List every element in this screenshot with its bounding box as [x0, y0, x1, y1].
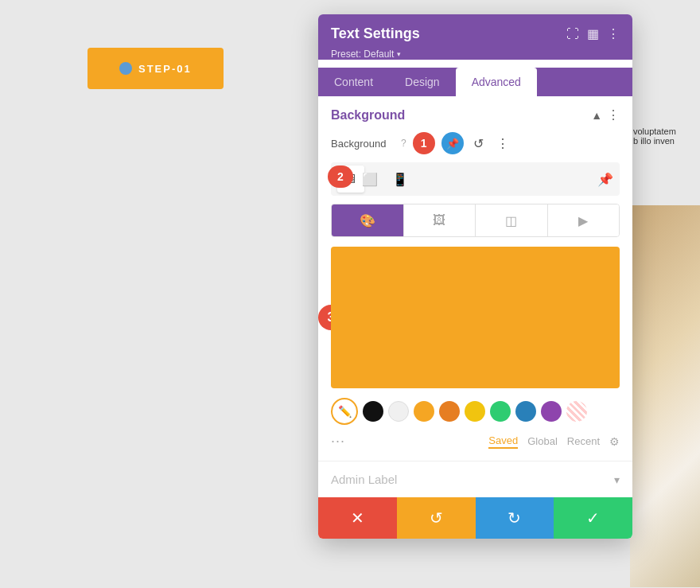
color-swatch-area[interactable] [331, 247, 620, 388]
bg-type-video[interactable]: ▶ [548, 204, 620, 236]
swatch-blue[interactable] [515, 401, 536, 422]
tab-design[interactable]: Design [389, 68, 456, 96]
panel-header-icons: ⛶ ▦ ⋮ [566, 26, 620, 41]
swatch-orange[interactable] [414, 401, 434, 422]
tab-recent[interactable]: Recent [567, 435, 600, 447]
bg-type-tabs: 🎨 🖼 ◫ ▶ [331, 204, 620, 237]
panel-header-top: Text Settings ⛶ ▦ ⋮ [331, 25, 620, 42]
device-icons-group: 🖥 2 ⬜ 📱 [337, 165, 414, 193]
admin-label-placeholder: Admin Label [331, 473, 397, 486]
admin-chevron-icon[interactable]: ▾ [614, 473, 620, 486]
bg-help-icon[interactable]: ? [401, 138, 406, 149]
undo-footer-button[interactable]: ↺ [397, 497, 476, 539]
swatch-green[interactable] [490, 401, 511, 422]
color-palette: ✏️ [331, 398, 620, 425]
step-icon [119, 62, 132, 75]
background-section: Background ▲ ⋮ Background ? 1 📌 ↺ ⋮ [318, 96, 632, 461]
panel-title: Text Settings [331, 25, 420, 42]
tab-content[interactable]: Content [318, 68, 389, 96]
bg-type-color[interactable]: 🎨 [332, 204, 404, 236]
mobile-icon[interactable]: 📱 [387, 165, 414, 193]
tab-global[interactable]: Global [527, 435, 558, 447]
right-text-line2: b illo inven [633, 136, 697, 146]
menu-icon[interactable]: ⋮ [607, 26, 620, 41]
section-menu-icon[interactable]: ⋮ [607, 107, 620, 123]
admin-label-section: Admin Label ▾ [318, 461, 632, 497]
bg-type-image[interactable]: 🖼 [404, 204, 476, 236]
swatch-dark-orange[interactable] [439, 401, 460, 422]
bg-section-title: Background [331, 108, 405, 123]
collapse-icon[interactable]: ▲ [591, 109, 602, 122]
bg-control-row: Background ? 1 📌 ↺ ⋮ [331, 132, 620, 154]
cancel-button[interactable]: ✕ [318, 497, 397, 539]
panel-footer: ✕ ↺ ↻ ✓ [318, 497, 632, 539]
right-text-area: voluptatem b illo inven [630, 123, 700, 149]
bg-section-actions: ▲ ⋮ [591, 107, 620, 123]
color-settings-icon[interactable]: ⚙ [609, 435, 620, 448]
swatch-yellow[interactable] [465, 401, 485, 422]
undo-button[interactable]: ↺ [470, 134, 487, 153]
device-row: 🖥 2 ⬜ 📱 📌 [331, 162, 620, 196]
color-tabs-row: ··· Saved Global Recent ⚙ [331, 433, 620, 450]
step-badge-2: 2 [328, 165, 353, 188]
right-text-line1: voluptatem [633, 127, 697, 136]
swatch-white[interactable] [388, 401, 409, 422]
more-options-button[interactable]: ⋮ [493, 134, 512, 153]
swatch-purple[interactable] [541, 401, 562, 422]
bg-label: Background [331, 138, 395, 150]
tab-advanced[interactable]: Advanced [456, 68, 537, 96]
color-picker-button[interactable]: ✏️ [331, 398, 358, 425]
right-pin-icon[interactable]: 📌 [597, 172, 613, 187]
step-area: STEP-01 [88, 48, 224, 89]
text-settings-panel: Text Settings ⛶ ▦ ⋮ Preset: Default ▾ Co… [318, 14, 632, 539]
preset-arrow: ▾ [397, 50, 401, 58]
right-bg-image [630, 205, 700, 587]
fullscreen-icon[interactable]: ⛶ [566, 27, 579, 41]
panel-header: Text Settings ⛶ ▦ ⋮ Preset: Default ▾ [318, 14, 632, 60]
bg-type-gradient[interactable]: ◫ [476, 204, 548, 236]
confirm-button[interactable]: ✓ [554, 497, 632, 539]
swatch-black[interactable] [363, 401, 383, 422]
step-button[interactable]: STEP-01 [88, 48, 224, 89]
preset-label: Preset: Default [331, 49, 394, 60]
tab-saved[interactable]: Saved [488, 434, 518, 449]
bg-section-header: Background ▲ ⋮ [331, 107, 620, 123]
preset-selector[interactable]: Preset: Default ▾ [331, 49, 620, 60]
redo-footer-button[interactable]: ↻ [476, 497, 554, 539]
more-swatches-button[interactable]: ··· [331, 433, 345, 450]
color-swatch-wrapper: 3 [331, 247, 620, 388]
swatch-transparent[interactable] [566, 401, 587, 422]
step-label: STEP-01 [138, 63, 192, 75]
panel-body: Background ▲ ⋮ Background ? 1 📌 ↺ ⋮ [318, 96, 632, 497]
columns-icon[interactable]: ▦ [587, 26, 599, 41]
step-badge-1: 1 [413, 132, 435, 154]
panel-tabs: Content Design Advanced [318, 68, 632, 96]
color-tab-group: Saved Global Recent ⚙ [488, 434, 620, 449]
tablet-icon[interactable]: ⬜ [356, 165, 383, 193]
pin-button[interactable]: 📌 [441, 132, 464, 154]
